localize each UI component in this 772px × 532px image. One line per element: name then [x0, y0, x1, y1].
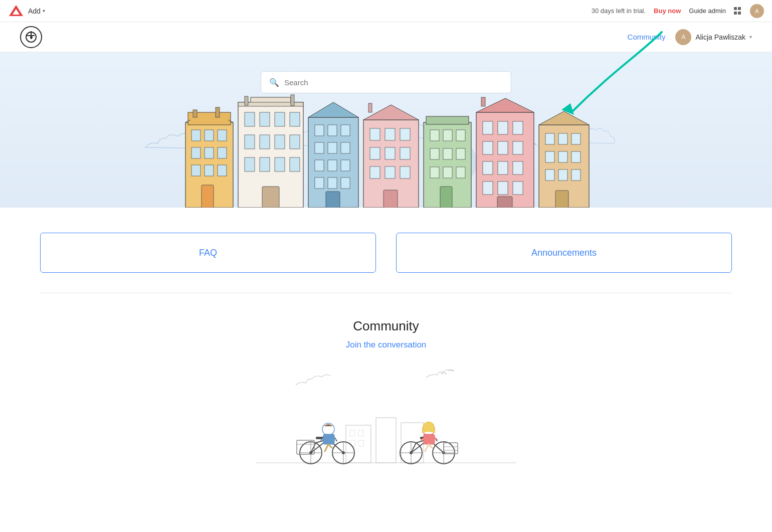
svg-rect-97 — [545, 133, 554, 144]
svg-rect-35 — [290, 157, 300, 171]
svg-rect-52 — [341, 178, 350, 189]
bikes-illustration — [256, 365, 516, 475]
svg-rect-24 — [245, 112, 255, 126]
svg-rect-100 — [545, 151, 554, 162]
svg-rect-41 — [315, 125, 324, 136]
svg-rect-88 — [498, 161, 508, 174]
svg-rect-51 — [328, 178, 337, 189]
svg-rect-70 — [443, 130, 452, 141]
join-conversation-link[interactable]: Join the conversation — [346, 340, 427, 350]
brand-inner — [26, 32, 37, 43]
buy-now-link[interactable]: Buy now — [654, 7, 681, 15]
svg-rect-62 — [370, 166, 380, 179]
svg-rect-114 — [358, 440, 363, 446]
admin-bar: Add ▾ 30 days left in trial. Buy now Gui… — [0, 0, 772, 22]
user-avatar: A — [675, 29, 691, 45]
svg-line-136 — [328, 444, 332, 448]
city-buildings — [180, 92, 592, 208]
svg-rect-15 — [191, 165, 201, 176]
search-input[interactable] — [284, 78, 503, 87]
grid-icon[interactable] — [734, 7, 742, 15]
svg-rect-17 — [218, 165, 227, 176]
svg-line-135 — [325, 444, 328, 451]
svg-rect-98 — [558, 133, 567, 144]
svg-rect-111 — [350, 430, 355, 436]
svg-rect-12 — [191, 147, 201, 158]
search-wrapper: 🔍 — [261, 71, 511, 93]
svg-rect-31 — [290, 135, 300, 149]
svg-rect-105 — [571, 169, 581, 181]
svg-rect-11 — [218, 130, 227, 141]
svg-rect-81 — [483, 121, 493, 134]
user-name: Alicja Pawliszak — [695, 33, 745, 41]
svg-rect-33 — [260, 157, 270, 171]
svg-rect-158 — [424, 434, 435, 444]
svg-rect-93 — [497, 197, 512, 208]
add-label: Add — [28, 7, 41, 15]
svg-rect-29 — [260, 135, 270, 149]
svg-rect-87 — [483, 161, 493, 174]
logo-inner — [13, 9, 20, 15]
svg-rect-109 — [376, 418, 396, 463]
svg-rect-110 — [401, 423, 424, 463]
logo-icon — [8, 3, 24, 19]
svg-rect-36 — [262, 187, 279, 208]
svg-rect-101 — [558, 151, 567, 162]
svg-rect-9 — [191, 130, 201, 141]
community-nav-link[interactable]: Community — [628, 33, 666, 41]
guide-admin-label: Guide admin — [689, 7, 726, 15]
svg-rect-91 — [498, 182, 508, 195]
svg-rect-71 — [456, 130, 465, 141]
svg-rect-45 — [328, 142, 337, 153]
admin-bar-right: 30 days left in trial. Buy now Guide adm… — [592, 4, 764, 18]
svg-rect-27 — [290, 112, 300, 126]
svg-rect-60 — [385, 147, 395, 159]
svg-rect-69 — [430, 130, 439, 141]
svg-rect-65 — [383, 190, 398, 208]
search-bar[interactable]: 🔍 — [261, 71, 511, 93]
svg-rect-48 — [328, 160, 337, 171]
svg-line-159 — [425, 444, 429, 451]
svg-rect-90 — [483, 182, 493, 195]
svg-rect-104 — [558, 169, 567, 181]
search-icon: 🔍 — [269, 78, 279, 87]
svg-rect-61 — [400, 147, 410, 159]
announcements-button[interactable]: Announcements — [396, 233, 732, 273]
svg-rect-75 — [430, 167, 439, 178]
add-button[interactable]: Add ▾ — [28, 7, 45, 15]
svg-rect-13 — [205, 147, 214, 158]
svg-rect-26 — [275, 112, 285, 126]
svg-rect-92 — [513, 182, 523, 195]
svg-rect-74 — [456, 148, 465, 159]
admin-bar-left: Add ▾ — [8, 3, 45, 19]
svg-rect-72 — [430, 148, 439, 159]
svg-rect-53 — [326, 192, 340, 208]
svg-rect-63 — [385, 166, 395, 179]
svg-rect-38 — [291, 95, 294, 106]
trial-text: 30 days left in trial. — [592, 7, 646, 15]
svg-rect-113 — [350, 440, 355, 446]
svg-rect-99 — [571, 133, 581, 144]
svg-rect-14 — [218, 147, 227, 158]
admin-avatar[interactable]: A — [750, 4, 764, 18]
svg-rect-102 — [571, 151, 581, 162]
svg-rect-84 — [483, 141, 493, 154]
community-title: Community — [353, 318, 419, 334]
brand-dot — [30, 36, 33, 39]
svg-rect-77 — [456, 167, 465, 178]
svg-rect-86 — [513, 141, 523, 154]
user-menu[interactable]: A Alicja Pawliszak ▾ — [675, 29, 752, 45]
svg-rect-103 — [545, 169, 554, 181]
svg-rect-68 — [426, 116, 469, 124]
nav-bar: Community A Alicja Pawliszak ▾ — [0, 22, 772, 52]
svg-line-160 — [429, 444, 432, 448]
svg-rect-43 — [341, 125, 350, 136]
svg-rect-25 — [260, 112, 270, 126]
nav-right: Community A Alicja Pawliszak ▾ — [628, 29, 752, 45]
svg-rect-112 — [358, 430, 363, 436]
svg-rect-28 — [245, 135, 255, 149]
svg-rect-50 — [315, 178, 324, 189]
faq-button[interactable]: FAQ — [40, 233, 376, 273]
svg-rect-32 — [245, 157, 255, 171]
svg-rect-76 — [443, 167, 452, 178]
